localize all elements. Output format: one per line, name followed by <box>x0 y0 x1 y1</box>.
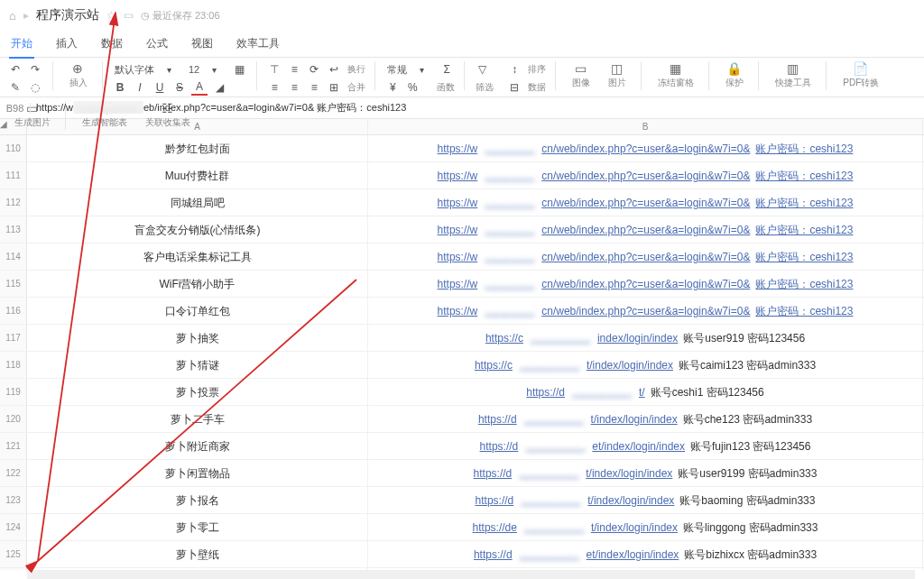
row-number[interactable]: 115 <box>0 271 27 297</box>
align-right-icon[interactable]: ≡ <box>306 79 322 96</box>
cell-b[interactable]: https://c………………t/index/login/index账号caim… <box>368 352 923 378</box>
chart-icon[interactable]: ◫ <box>611 61 623 76</box>
tab-start[interactable]: 开始 <box>9 36 34 59</box>
number-format-select[interactable]: 常规 <box>384 62 410 78</box>
cell-b[interactable]: https://d………………et/index/login/index账号biz… <box>368 541 923 567</box>
chevron-down-icon[interactable]: ▾ <box>206 61 222 78</box>
percent-icon[interactable]: % <box>404 79 420 96</box>
quick-tools-icon[interactable]: ▥ <box>787 61 799 76</box>
row-number[interactable]: 113 <box>0 216 27 243</box>
cell-a[interactable]: Muu付费社群 <box>27 162 368 188</box>
cell-a[interactable]: 萝卜二手车 <box>27 406 368 432</box>
row-number[interactable]: 111 <box>0 162 27 188</box>
sum-icon[interactable]: Σ <box>439 61 455 78</box>
cell-b[interactable]: https://w……………cn/web/index.php?c=user&a=… <box>368 135 923 161</box>
chevron-down-icon[interactable]: ▾ <box>413 61 430 78</box>
row-number[interactable]: 120 <box>0 406 27 432</box>
align-left-icon[interactable]: ≡ <box>266 79 282 96</box>
tab-tools[interactable]: 效率工具 <box>235 36 282 51</box>
sort-icon[interactable]: ↕ <box>506 61 522 78</box>
fill-color-icon[interactable]: ◢ <box>211 79 227 96</box>
row-number[interactable]: 121 <box>0 433 27 459</box>
column-header-a[interactable]: A <box>27 119 368 134</box>
cell-a[interactable]: 萝卜投票 <box>27 379 368 405</box>
image-icon[interactable]: ▭ <box>575 61 587 76</box>
tab-formula[interactable]: 公式 <box>144 36 170 51</box>
star-icon[interactable]: ☆ <box>106 9 116 22</box>
cell-a[interactable]: 萝卜附近商家 <box>27 433 368 459</box>
font-size-select[interactable]: 12 <box>186 63 202 76</box>
formula-input[interactable]: https://w………………eb/index.php?c=user&a=log… <box>31 101 924 115</box>
cell-b[interactable]: https://d………………t/账号ceshi1 密码123456 <box>368 379 923 405</box>
cell-a[interactable]: 黔梦红包封面 <box>27 135 368 161</box>
row-number[interactable]: 118 <box>0 352 27 378</box>
cell-a[interactable]: 萝卜闲置物品 <box>27 460 368 486</box>
row-number[interactable]: 125 <box>0 541 27 567</box>
cell-a[interactable]: 萝卜猜谜 <box>27 352 368 378</box>
filter-icon[interactable]: ▽ <box>474 61 490 78</box>
home-icon[interactable]: ⌂ <box>9 9 16 23</box>
protect-icon[interactable]: 🔒 <box>726 61 742 76</box>
italic-icon[interactable]: I <box>132 79 148 96</box>
brush-icon[interactable]: ✎ <box>7 79 23 96</box>
cell-a[interactable]: 客户电话采集标记工具 <box>27 244 368 270</box>
cell-b[interactable]: https://w……………cn/web/index.php?c=user&a=… <box>368 189 923 216</box>
valign-mid-icon[interactable]: ≡ <box>286 61 302 78</box>
column-header-b[interactable]: B <box>368 119 923 134</box>
cell-a[interactable]: 萝卜报名 <box>27 487 368 513</box>
cell-b[interactable]: https://w……………cn/web/index.php?c=user&a=… <box>368 244 923 270</box>
cell-a[interactable]: 口令订单红包 <box>27 298 368 324</box>
cell-a[interactable]: 萝卜零工 <box>27 514 368 540</box>
chevron-down-icon[interactable]: ▾ <box>161 61 177 78</box>
cell-b[interactable]: https://d………………t/index/login/index账号baom… <box>368 487 923 513</box>
cell-a[interactable]: 萝卜壁纸 <box>27 541 368 567</box>
pdf-icon[interactable]: 📄 <box>853 61 868 76</box>
bold-icon[interactable]: B <box>112 79 128 96</box>
strike-icon[interactable]: S <box>171 79 188 96</box>
merge-icon[interactable]: ⊞ <box>326 79 342 96</box>
cell-b[interactable]: https://w……………cn/web/index.php?c=user&a=… <box>368 162 923 188</box>
freeze-icon[interactable]: ▦ <box>670 61 681 76</box>
insert-icon[interactable]: ⊕ <box>72 61 83 76</box>
row-number[interactable]: 116 <box>0 298 27 324</box>
row-number[interactable]: 112 <box>0 189 27 216</box>
select-all-corner[interactable]: ◢ <box>0 119 27 134</box>
wrap-icon[interactable]: ↩ <box>326 61 342 78</box>
row-number[interactable]: 123 <box>0 487 27 513</box>
align-center-icon[interactable]: ≡ <box>286 79 302 96</box>
cell-b[interactable]: https://de………………t/index/login/index账号lin… <box>368 514 923 540</box>
currency-icon[interactable]: ¥ <box>384 79 401 96</box>
underline-icon[interactable]: U <box>152 79 168 96</box>
row-number[interactable]: 114 <box>0 244 27 270</box>
cell-a[interactable]: 盲盒交友分销版(心情纸条) <box>27 216 368 243</box>
cell-a[interactable]: 萝卜抽奖 <box>27 325 368 351</box>
undo-icon[interactable]: ↶ <box>7 61 23 78</box>
cell-b[interactable]: https://w……………cn/web/index.php?c=user&a=… <box>368 271 923 297</box>
row-number[interactable]: 126 <box>0 568 27 570</box>
row-number[interactable]: 119 <box>0 379 27 405</box>
row-number[interactable]: 122 <box>0 460 27 486</box>
doc-title[interactable]: 程序演示站 <box>36 7 99 23</box>
row-height-icon[interactable]: ⊟ <box>506 79 522 96</box>
cell-b[interactable]: https://d………………t/index/login/index账号che1… <box>368 406 923 432</box>
row-number[interactable]: 124 <box>0 514 27 540</box>
cell-reference[interactable]: B98 <box>0 103 31 114</box>
rotate-icon[interactable]: ⟳ <box>306 61 322 78</box>
row-number[interactable]: 110 <box>0 135 27 161</box>
cell-b[interactable]: https://w……………cn/web/index.php?c=user&a=… <box>368 298 923 324</box>
folder-icon[interactable]: ▭ <box>124 9 134 22</box>
redo-icon[interactable]: ↷ <box>27 61 43 78</box>
horizontal-scrollbar[interactable] <box>27 570 915 579</box>
cell-b[interactable]: https://d………………t/index/login/index账号user… <box>368 460 923 486</box>
tab-view[interactable]: 视图 <box>189 36 215 51</box>
border-icon[interactable]: ▦ <box>231 61 247 78</box>
tab-data[interactable]: 数据 <box>99 36 125 51</box>
valign-top-icon[interactable]: ⊤ <box>266 61 282 78</box>
cell-b[interactable]: https://w……………cn/web/index.php?c=user&a=… <box>368 216 923 243</box>
tab-insert[interactable]: 插入 <box>54 36 79 51</box>
cell-a[interactable]: WiFi营销小助手 <box>27 271 368 297</box>
font-color-icon[interactable]: A <box>191 79 208 96</box>
font-family-select[interactable]: 默认字体 <box>112 62 157 78</box>
row-number[interactable]: 117 <box>0 325 27 351</box>
cell-a[interactable]: 同城组局吧 <box>27 189 368 216</box>
